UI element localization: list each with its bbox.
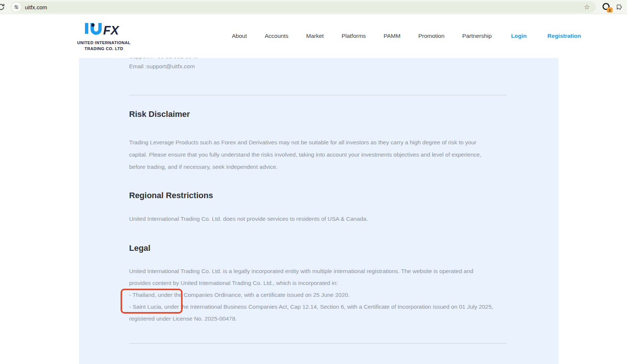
registration-link[interactable]: Registration xyxy=(537,33,591,39)
regional-restrictions-paragraph: United International Trading Co. Ltd. do… xyxy=(129,213,507,225)
address-bar[interactable]: uitfx.com ☆ xyxy=(10,1,596,13)
login-link[interactable]: Login xyxy=(500,33,537,39)
risk-line-1: Trading Leverage Products such as Forex … xyxy=(129,136,507,148)
svg-text:FX: FX xyxy=(103,23,119,37)
legal-line-3: - Thailand, under the Companies Ordinanc… xyxy=(129,289,507,301)
url-text[interactable]: uitfx.com xyxy=(25,4,47,10)
legal-paragraph: United International Trading Co. Ltd. is… xyxy=(129,265,507,325)
risk-line-2: capital. Please ensure that you fully un… xyxy=(129,148,507,161)
logo-company-name-line2: TRADING CO. LTD xyxy=(85,46,124,51)
risk-disclaimer-paragraph: Trading Leverage Products such as Forex … xyxy=(129,136,507,173)
site-settings-icon[interactable] xyxy=(12,3,21,12)
support-email-line: Email :support@uitfx.com xyxy=(129,63,195,70)
support-phone-line-clipped: Support : +66 01-001-0040 xyxy=(129,58,198,60)
legal-line-5: registered under License No. 2025-00478. xyxy=(129,313,507,325)
main-nav: About Accounts Market Platforms PAMM Pro… xyxy=(223,33,591,39)
reload-icon[interactable] xyxy=(0,3,5,11)
uitfx-logo[interactable]: FX UNITED INTERNATIONAL TRADING CO. LTD xyxy=(77,21,131,51)
nav-item-promotion[interactable]: Promotion xyxy=(409,33,453,39)
legal-line-4: - Saint Lucia, under the International B… xyxy=(129,301,507,313)
divider-bottom xyxy=(129,343,507,344)
nav-item-platforms[interactable]: Platforms xyxy=(333,33,375,39)
nav-item-pamm[interactable]: PAMM xyxy=(375,33,409,39)
legal-line-2: provides content by United International… xyxy=(129,277,507,289)
legal-heading: Legal xyxy=(129,243,150,253)
divider-top xyxy=(129,95,507,95)
profile-badge: 2 xyxy=(607,7,613,13)
site-header: FX UNITED INTERNATIONAL TRADING CO. LTD … xyxy=(0,14,627,58)
browser-toolbar: uitfx.com ☆ 2 xyxy=(0,0,627,14)
nav-item-market[interactable]: Market xyxy=(297,33,332,39)
nav-item-about[interactable]: About xyxy=(223,33,256,39)
uitfx-logo-mark: FX xyxy=(84,21,124,39)
nav-item-accounts[interactable]: Accounts xyxy=(256,33,297,39)
page-content-panel: Support : +66 01-001-0040 Email :support… xyxy=(79,58,558,364)
red-highlight-annotation-box xyxy=(121,289,183,314)
risk-disclaimer-heading: Risk Disclaimer xyxy=(129,109,190,119)
regional-line-1: United International Trading Co. Ltd. do… xyxy=(129,213,507,225)
nav-item-partnership[interactable]: Partnership xyxy=(453,33,500,39)
bookmark-star-icon[interactable]: ☆ xyxy=(584,4,590,10)
legal-line-1: United International Trading Co. Ltd. is… xyxy=(129,265,507,277)
risk-line-3: before trading, and if necessary, seek i… xyxy=(129,161,507,173)
regional-restrictions-heading: Regional Restrictions xyxy=(129,191,213,200)
logo-company-name-line1: UNITED INTERNATIONAL xyxy=(77,40,131,45)
extensions-puzzle-icon[interactable] xyxy=(616,3,623,12)
profile-icon[interactable]: 2 xyxy=(603,3,611,12)
